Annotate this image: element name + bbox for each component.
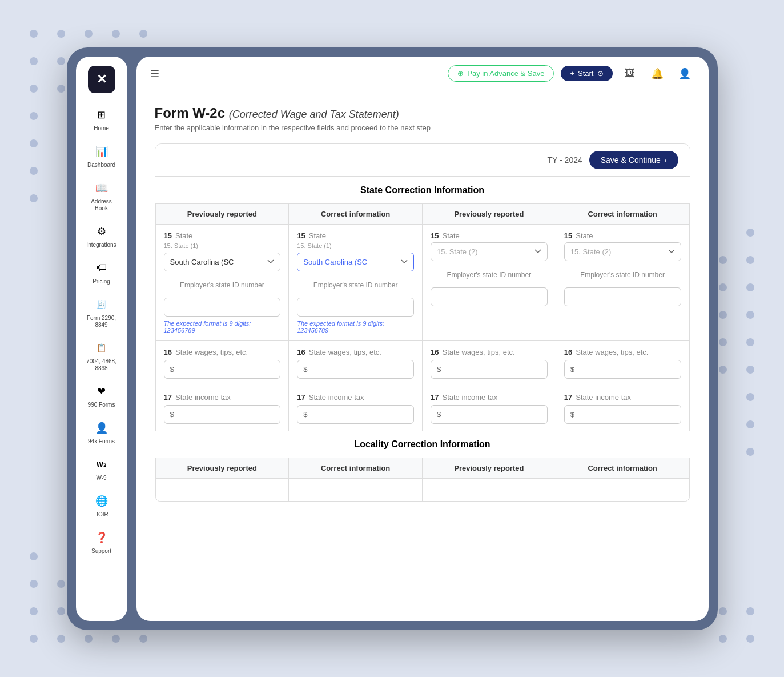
sidebar-label-boir: BOIR	[94, 511, 108, 518]
integrations-icon: ⚙	[94, 223, 110, 239]
employer-id-input-4[interactable]	[564, 287, 681, 306]
field15-label-row-2: 15 State	[297, 231, 414, 240]
notification-icon-btn[interactable]: 🔔	[647, 63, 668, 84]
boir-icon: 🌐	[94, 493, 110, 509]
form-header-bar: TY - 2024 Save & Continue ›	[155, 144, 690, 177]
wages-input-1[interactable]	[179, 360, 280, 378]
wages-input-4[interactable]	[579, 360, 681, 378]
profile-icon-btn[interactable]: 👤	[674, 63, 695, 84]
sidebar-item-form2290[interactable]: 🧾 Form 2290, 8849	[81, 292, 122, 333]
state-col3-cell: 15 State 15. State (2) Employer's state …	[423, 224, 556, 341]
field16-name-2: State wages, tips, etc.	[309, 348, 381, 356]
employer-id-label-1: Employer's state ID number	[164, 281, 281, 290]
locality-col-header-4: Correct information	[556, 458, 689, 479]
sidebar-label-pricing: Pricing	[93, 278, 110, 285]
col-header-4: Correct information	[556, 203, 689, 224]
field17-label-row-1: 17 State income tax	[164, 393, 281, 402]
tax-col4-cell: 17 State income tax $	[556, 386, 689, 431]
state-dropdown-2[interactable]: South Carolina (SC	[297, 253, 414, 271]
sidebar-item-form7004[interactable]: 📋 7004, 4868, 8868	[81, 335, 122, 376]
dollar-sign-1: $	[164, 360, 179, 378]
state-dropdown-4[interactable]: 15. State (2)	[564, 242, 681, 261]
start-button[interactable]: + Start ⊙	[561, 66, 612, 81]
sidebar-item-boir[interactable]: 🌐 BOIR	[81, 488, 122, 523]
start-label: Start	[578, 69, 593, 78]
pay-advance-label: Pay in Advance & Save	[467, 69, 544, 78]
employer-id-input-3[interactable]	[431, 287, 548, 306]
wages-input-wrap-1: $	[164, 360, 281, 379]
locality-data-row	[155, 479, 689, 502]
sidebar-item-form990[interactable]: ❤ 990 Forms	[81, 379, 122, 413]
field15-name-3: State	[442, 231, 459, 240]
sidebar-item-home[interactable]: ⊞ Home	[81, 102, 122, 137]
logo[interactable]: ✕	[88, 66, 115, 93]
col-header-2: Correct information	[289, 203, 423, 224]
sidebar-item-dashboard[interactable]: 📊 Dashboard	[81, 139, 122, 173]
start-plus-icon: +	[570, 69, 574, 78]
field17-num-2: 17	[297, 393, 305, 402]
locality-cell-1	[155, 479, 289, 502]
dollar-sign-2: $	[297, 360, 312, 378]
page-title-italic: (Corrected Wage and Tax Statement)	[229, 109, 399, 120]
main-content: ☰ ⊕ Pay in Advance & Save + Start ⊙ 🖼 🔔 …	[136, 57, 709, 621]
support-icon: ❓	[94, 530, 110, 546]
sidebar-item-support[interactable]: ❓ Support	[81, 525, 122, 559]
field15-name-2: State	[309, 231, 326, 240]
format-hint-1: The expected format is 9 digits: 1234567…	[164, 320, 281, 334]
save-continue-button[interactable]: Save & Continue ›	[589, 151, 678, 169]
employer-id-label-3: Employer's state ID number	[431, 270, 548, 280]
ty-label: TY - 2024	[548, 155, 582, 165]
tax-input-4[interactable]	[579, 406, 681, 423]
employer-id-input-1[interactable]	[164, 298, 281, 317]
locality-cell-3	[423, 479, 556, 502]
page-title: Form W-2c (Corrected Wage and Tax Statem…	[155, 105, 690, 121]
dollar-sign-tax-4: $	[565, 406, 579, 423]
wages-input-2[interactable]	[312, 360, 413, 378]
locality-col-header-1: Previously reported	[155, 458, 289, 479]
field16-name-3: State wages, tips, etc.	[442, 348, 514, 356]
field16-num-3: 16	[431, 348, 439, 356]
wages-input-wrap-2: $	[297, 360, 414, 379]
field15-label-row-4: 15 State	[564, 231, 681, 240]
wages-input-3[interactable]	[445, 360, 547, 378]
sidebar-item-integrations[interactable]: ⚙ Integrations	[81, 219, 122, 253]
state-wages-row: 16 State wages, tips, etc. $	[155, 341, 689, 386]
locality-section-header: Locality Correction Information	[155, 431, 689, 458]
topbar: ☰ ⊕ Pay in Advance & Save + Start ⊙ 🖼 🔔 …	[136, 57, 709, 91]
image-icon-btn[interactable]: 🖼	[620, 63, 640, 84]
state-col2-cell: 15 State 15. State (1) South Carolina (S…	[289, 224, 423, 341]
tax-input-1[interactable]	[179, 406, 280, 423]
wages-col4-cell: 16 State wages, tips, etc. $	[556, 341, 689, 386]
sidebar-item-form94x[interactable]: 👤 94x Forms	[81, 415, 122, 450]
field15-name-1: State	[175, 231, 192, 240]
state-col4-cell: 15 State 15. State (2) Employer's state …	[556, 224, 689, 341]
page-subtitle: Enter the applicable information in the …	[155, 123, 690, 132]
menu-icon[interactable]: ☰	[150, 67, 159, 80]
state-dropdown-3[interactable]: 15. State (2)	[431, 242, 548, 261]
employer-id-input-2[interactable]	[297, 298, 414, 317]
address-book-icon: 📖	[94, 180, 110, 196]
page-content: Form W-2c (Corrected Wage and Tax Statem…	[136, 91, 709, 621]
form990-icon: ❤	[94, 383, 110, 399]
tax-input-wrap-2: $	[297, 405, 414, 424]
state-col1-cell: 15 State 15. State (1) South Carolina (S…	[155, 224, 289, 341]
field15-label-row-3: 15 State	[431, 231, 548, 240]
sidebar-item-pricing[interactable]: 🏷 Pricing	[81, 255, 122, 290]
field17-num-4: 17	[564, 393, 572, 402]
sidebar-item-address-book[interactable]: 📖 Address Book	[81, 175, 122, 217]
field17-num-1: 17	[164, 393, 172, 402]
dropdown-hint-1: 15. State (1)	[164, 242, 281, 249]
pricing-icon: 🏷	[94, 260, 110, 276]
pay-advance-button[interactable]: ⊕ Pay in Advance & Save	[448, 65, 554, 82]
dollar-sign-tax-2: $	[297, 406, 312, 423]
tax-input-3[interactable]	[445, 406, 547, 423]
sidebar-label-form990: 990 Forms	[88, 402, 115, 408]
sidebar-item-w9[interactable]: W₂ W-9	[81, 452, 122, 486]
wages-input-wrap-4: $	[564, 360, 681, 379]
field16-num-4: 16	[564, 348, 572, 356]
employer-id-label-4: Employer's state ID number	[564, 270, 681, 280]
wages-col1-cell: 16 State wages, tips, etc. $	[155, 341, 289, 386]
state-dropdown-1[interactable]: South Carolina (SC	[164, 253, 281, 271]
tax-input-2[interactable]	[312, 406, 413, 423]
locality-cell-2	[289, 479, 423, 502]
